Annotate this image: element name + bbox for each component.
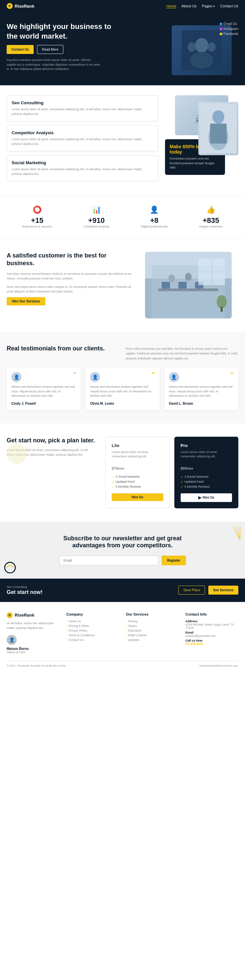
about-text-area: A satisfied customer is the best for bus… [7,252,135,305]
stat-customers-icon: 👍 [199,205,223,214]
logo-icon: R [7,3,13,9]
social-email-label: Email Us [224,22,237,25]
stat-professionals-label: Digital professionals [141,225,168,228]
testimonial-card-2: 👤 " Massa sed elementum tempus egestas s… [85,368,159,410]
footer-logo-icon: R [7,612,13,618]
stat-projects-label: Completed projects [83,225,109,228]
pricing-text-area: Get start now, pick a plan later. Lorem … [7,437,95,508]
plan-lite-feature-2: ✓Updated Feed [112,480,163,484]
nav-item-home[interactable]: Home [166,4,176,8]
social-instagram[interactable]: Instagram [220,27,238,31]
social-email[interactable]: Email Us [220,22,238,25]
footer-copyright: © 2022 - RiseRank Template Kit by Bimber… [7,664,66,667]
footer-contact-heading: Contact Info [185,612,238,616]
plan-pro-period: /mo [187,466,193,470]
testimonial-text-1: Massa sed elementum tempus egestas sed s… [11,385,76,398]
cta-banner: Seo Consulting Get start now! Save Plans… [0,579,245,602]
stat-experience-label: Experience & success [22,225,52,228]
testimonials-grid: 👤 " Massa sed elementum tempus egestas s… [7,368,238,410]
svg-point-1 [195,38,208,52]
svg-rect-14 [178,282,187,288]
footer-email-value: contact@yoursike.com [185,634,216,638]
pricing-deco-circle [7,444,27,464]
see-services-button[interactable]: See Services [208,585,238,595]
footer-company-col: Company About Us Pricing & Plans Privacy… [66,612,119,654]
footer-brand-col: R RiseRank Ut elit tellus, luctus nec ul… [7,612,60,654]
testimonial-name-1: Cindy J. Powell [11,402,76,406]
footer-logo: R RiseRank [7,612,60,618]
stat-customers-number: +835 [199,216,223,225]
footer-address-value: 4219 Michael Street Sugar Land, TX 77478 [185,623,234,630]
svg-point-23 [5,562,15,573]
footer-updates-link[interactable]: Updates [126,638,179,641]
contact-button[interactable]: Contact Us [7,45,33,54]
svg-point-3 [188,42,196,52]
footer-education-link[interactable]: Education [126,629,179,632]
hire-lite-button[interactable]: Hire Us [112,493,163,501]
footer-pricing-link[interactable]: Pricing & Plans [66,624,119,628]
social-facebook[interactable]: Facebook [220,32,238,36]
check-icon: ✓ [181,480,183,484]
plan-pro-feature-3: ✓5 Monthly Reviews [181,485,232,488]
hire-pro-button[interactable]: ▶ Hire Us [181,493,232,502]
footer-teams-link[interactable]: Teams [126,624,179,628]
footer-email: Email contact@yoursike.com [185,631,238,638]
svg-point-21 [217,295,227,309]
footer-terms-link[interactable]: Terms & Conditions [66,633,119,637]
nav-link-about[interactable]: About Us [182,4,197,8]
footer-company-heading: Company [66,612,119,616]
nav-item-about[interactable]: About Us [182,4,197,8]
footer-about-link[interactable]: About Us [66,620,119,623]
service-seo-title: Seo Consulting [12,100,153,105]
footer-brand-text: Ut elit tellus, luctus nec ullamcorper m… [7,621,60,631]
service-item-social: Social Marketing Lorem ipsum dolor sit a… [7,155,158,181]
plan-pro-price: $99/mo [181,462,232,472]
footer: R RiseRank Ut elit tellus, luctus nec ul… [0,602,245,673]
newsletter-email-input[interactable] [59,555,159,565]
testimonials-headline: Real testimonials from our clients. [7,345,119,352]
newsletter-register-button[interactable]: Register [162,555,186,565]
footer-pricing-service-link[interactable]: Pricing [126,620,179,623]
nav-link-contact[interactable]: Contact Us [220,4,238,8]
footer-company-links: About Us Pricing & Plans Privacy Policy … [66,620,119,641]
meeting-image-placeholder [145,252,232,318]
hero-section: We highlight your business to the world … [0,12,245,85]
footer-bottom: © 2022 - RiseRank Template Kit by Bimber… [7,660,238,667]
footer-website: www.DownloadNewThemes.com [199,664,238,667]
footer-address-label: Address [185,620,197,623]
svg-rect-12 [158,288,218,291]
check-icon: ✓ [181,485,183,488]
plan-lite-price: $79/mo [112,462,163,472]
footer-phone-label: Call us Now [185,639,202,642]
cta-buttons: Save Plans See Services [178,585,238,595]
nav-link-pages[interactable]: Pages [202,4,215,8]
stat-projects-icon: 📊 [83,205,109,214]
svg-point-16 [168,274,175,283]
footer-contact-link[interactable]: Contact Us [66,638,119,641]
nav-item-contact[interactable]: Contact Us [220,4,238,8]
hire-services-button[interactable]: Hire Our Services [7,297,45,305]
service-competitor-text: Lorem ipsum dolor sit amet, consectetur … [12,137,153,146]
nav-link-home[interactable]: Home [166,4,176,8]
hire-pro-label: Hire Us [203,496,214,500]
save-plans-button[interactable]: Save Plans [178,585,205,595]
stat-projects: 📊 +910 Completed projects [83,205,109,228]
testimonial-name-3: David L. Brown [169,402,234,406]
footer-contact-col: Contact Info Address 4219 Michael Street… [185,612,238,654]
read-more-button[interactable]: Read More [37,45,63,54]
nav-item-pages[interactable]: Pages [202,4,215,8]
quote-icon-1: " [73,371,76,380]
social-instagram-label: Instagram [224,27,238,31]
quote-icon-2: " [152,371,155,380]
plan-lite-desc: Lorem ipsum dolor sit amet, consectetur … [112,450,163,459]
footer-refer-link[interactable]: Refer a friend [126,633,179,637]
brand-logo[interactable]: R RiseRank [7,3,34,9]
footer-avatar: 👤 [7,635,17,645]
testimonial-avatar-2: 👤 [90,372,100,382]
check-icon: ✓ [112,485,115,488]
stat-experience: ⭕ +15 Experience & success [22,205,52,228]
pricing-card-lite: Lite Lorem ipsum dolor sit amet, consect… [105,437,170,508]
footer-privacy-link[interactable]: Privacy Policy [66,629,119,632]
plan-pro-feature-2: ✓Updated Feed [181,480,232,484]
quote-icon-3: " [230,371,234,380]
